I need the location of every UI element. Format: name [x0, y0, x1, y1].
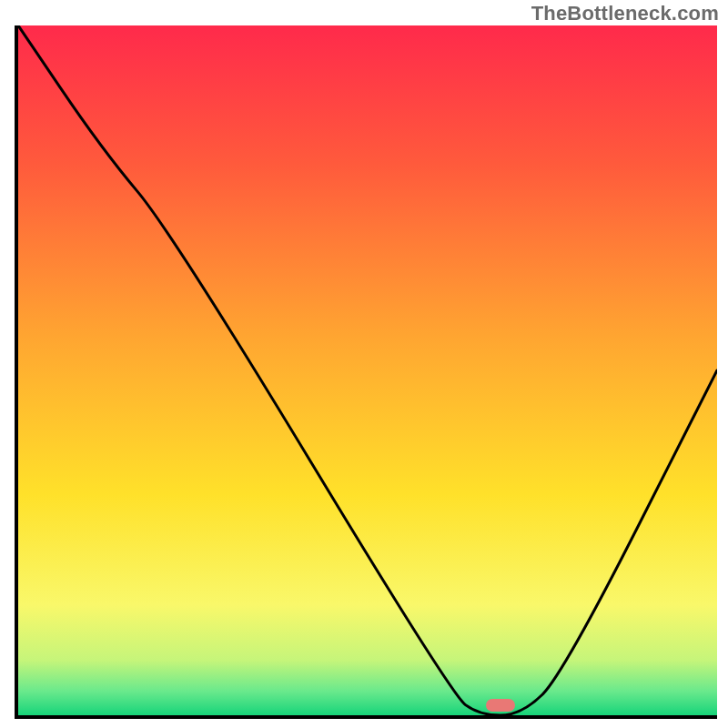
plot-frame: [15, 25, 717, 719]
optimal-point-marker: [486, 699, 515, 712]
bottleneck-curve: [18, 25, 717, 715]
chart-container: TheBottleneck.com: [0, 0, 728, 728]
watermark-text: TheBottleneck.com: [531, 2, 719, 25]
